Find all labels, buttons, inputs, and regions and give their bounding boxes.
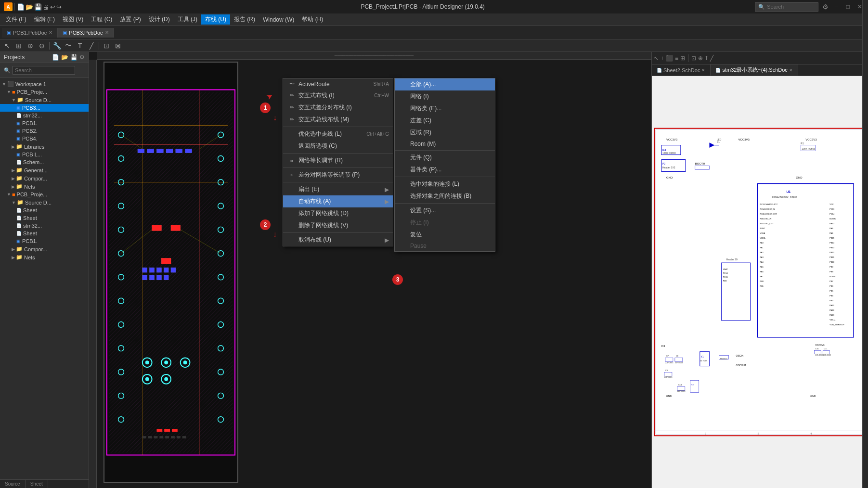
- tab-stm32[interactable]: 📄 stm32最小系统~(4).SchDoc ✕: [711, 64, 798, 76]
- menu-cancel-route[interactable]: 取消布线 (U) ▶: [283, 234, 393, 246]
- tb-cursor[interactable]: ↖: [2, 40, 13, 51]
- submenu-all[interactable]: 全部 (A)...: [395, 78, 495, 90]
- tb-zoom-in[interactable]: ⊕: [25, 40, 36, 51]
- tab-pcb3[interactable]: ▣ PCB3.PcbDoc ✕: [58, 28, 114, 38]
- tb-component[interactable]: 🔧: [52, 40, 62, 51]
- tree-sheet1[interactable]: 📄 Sheet: [0, 206, 89, 214]
- tb-wire[interactable]: 〜: [63, 40, 74, 51]
- tree-workspace1[interactable]: ▼ ⬛ Workspace 1: [0, 80, 89, 88]
- tree-schem[interactable]: 📄 Schem...: [0, 158, 89, 166]
- sch-text-icon[interactable]: T: [705, 55, 708, 62]
- tree-stm32-2[interactable]: 📄 stm32...: [0, 222, 89, 230]
- panel-save-icon[interactable]: 💾: [70, 54, 78, 61]
- print-icon[interactable]: 🖨: [43, 3, 49, 11]
- tree-source2[interactable]: ▼ 📁 Source D...: [0, 198, 89, 206]
- sch-zoom-fit-icon[interactable]: ⊡: [691, 55, 696, 62]
- submenu-area[interactable]: 区域 (R): [395, 127, 495, 139]
- minimize-button[interactable]: ─: [832, 3, 841, 10]
- menu-interactive-bus[interactable]: ✏ 交互式总线布线 (M): [283, 114, 393, 126]
- submenu-reset[interactable]: 复位: [395, 229, 495, 241]
- menu-view[interactable]: 视图 (V): [59, 14, 87, 25]
- menu-design[interactable]: 设计 (D): [145, 14, 174, 25]
- tree-source1[interactable]: ▼ 📁 Source D...: [0, 96, 89, 104]
- tree-pcb1[interactable]: ▣ PCB1.: [0, 119, 89, 127]
- menu-add-subnet[interactable]: 添加子网络跳线 (D): [283, 207, 393, 219]
- submenu-settings[interactable]: 设置 (S)...: [395, 205, 495, 217]
- tree-sheet3[interactable]: 📄 Sheet: [0, 230, 89, 237]
- menu-window[interactable]: Window (W): [259, 15, 298, 24]
- undo-icon[interactable]: ↩: [50, 3, 55, 11]
- tree-sheet2[interactable]: 📄 Sheet: [0, 214, 89, 222]
- redo-icon[interactable]: ↪: [56, 3, 62, 11]
- sch-select-icon[interactable]: ↖: [654, 55, 659, 62]
- menu-diff-length[interactable]: ≈ 差分对网络等长调节 (P): [283, 169, 393, 181]
- tree-pcb2[interactable]: ▣ PCB2.: [0, 127, 89, 135]
- save-icon[interactable]: 💾: [34, 3, 42, 11]
- tree-nets2[interactable]: ▶ 📁 Nets: [0, 253, 89, 261]
- tab-source[interactable]: Source: [0, 480, 26, 488]
- menu-fanout[interactable]: 扇出 (E) ▶: [283, 183, 393, 195]
- tree-generated[interactable]: ▶ 📁 Generat...: [0, 166, 89, 174]
- tree-pcb4[interactable]: ▣ PCB4.: [0, 135, 89, 142]
- tb-select[interactable]: ⊞: [13, 40, 24, 51]
- sch-comp-icon[interactable]: ⊞: [680, 55, 685, 62]
- panel-open-icon[interactable]: 📂: [61, 54, 68, 61]
- menu-report[interactable]: 报告 (R): [230, 14, 259, 25]
- submenu-connect[interactable]: 连差 (C): [395, 115, 495, 127]
- new-icon[interactable]: 📄: [17, 3, 25, 11]
- sch-bus-icon[interactable]: ⬛: [666, 55, 673, 62]
- tab-sheet[interactable]: Sheet: [26, 480, 48, 488]
- menu-file[interactable]: 文件 (F): [2, 14, 30, 25]
- tb-extra1[interactable]: ⊡: [101, 40, 112, 51]
- menu-project[interactable]: 工程 (C): [87, 14, 116, 25]
- tab-sheet2[interactable]: 📄 Sheet2.SchDoc ✕: [652, 64, 711, 76]
- schematic-area[interactable]: VCC3V3 VCC3V3 VCC3V3 R4 100K R0603 D1 LE…: [652, 76, 868, 488]
- menu-net-length[interactable]: ≈ 网络等长调节 (R): [283, 154, 393, 167]
- tree-pcb1b[interactable]: ▣ PCB1.: [0, 237, 89, 245]
- submenu-select-between[interactable]: 选择对象之间的连接 (B): [395, 190, 495, 202]
- right-scrollbar[interactable]: [862, 0, 868, 488]
- menu-interactive-diff[interactable]: ✏ 交互式差分对布线 (I): [283, 102, 393, 114]
- tree-pcb3[interactable]: ▣ PCB3...: [0, 104, 89, 112]
- tree-nets1[interactable]: ▶ 📁 Nets: [0, 182, 89, 191]
- menu-help[interactable]: 帮助 (H): [298, 14, 327, 25]
- open-icon[interactable]: 📂: [26, 3, 33, 11]
- submenu-component[interactable]: 元件 (Q): [395, 152, 495, 164]
- menu-route[interactable]: 布线 (U): [201, 14, 230, 25]
- panel-settings-icon[interactable]: ⚙: [79, 54, 85, 61]
- tree-pcb-proj2[interactable]: ▼ ■ PCB_Proje...: [0, 191, 89, 198]
- pcb-area[interactable]: ─────────────────────────────: [89, 52, 651, 488]
- tree-components2[interactable]: ▶ 📁 Compor...: [0, 245, 89, 253]
- sch-zoom-in-icon[interactable]: ⊕: [698, 55, 703, 62]
- close-tab-2[interactable]: ✕: [105, 30, 109, 35]
- menu-optimize[interactable]: 优化选中走线 (L) Ctrl+Alt+G: [283, 128, 393, 140]
- tab-pcb1[interactable]: ▣ PCB1.PcbDoc ✕: [2, 28, 58, 38]
- submenu-net[interactable]: 网络 (I): [395, 90, 495, 103]
- menu-interactive-route[interactable]: ✏ 交互式布线 (I) Ctrl+W: [283, 90, 393, 102]
- sch-net-icon[interactable]: ≡: [675, 55, 678, 62]
- sch-wire-icon[interactable]: +: [661, 55, 664, 62]
- tree-pcb-proj1[interactable]: ▼ ■ PCB_Proje...: [0, 88, 89, 96]
- tree-libraries[interactable]: ▶ 📁 Libraries: [0, 142, 89, 151]
- submenu-select-connect[interactable]: 选中对象的连接 (L): [395, 178, 495, 190]
- tb-extra2[interactable]: ⊠: [113, 40, 123, 51]
- submenu-net-class[interactable]: 网络类 (E)...: [395, 103, 495, 115]
- maximize-button[interactable]: □: [844, 3, 852, 10]
- panel-search-input[interactable]: [13, 66, 75, 75]
- submenu-room[interactable]: Room (M): [395, 139, 495, 149]
- close-sheet2[interactable]: ✕: [701, 68, 705, 73]
- panel-new-icon[interactable]: 📄: [52, 54, 59, 61]
- search-input[interactable]: [767, 4, 815, 10]
- close-tab-1[interactable]: ✕: [49, 30, 52, 35]
- tree-stm32-1[interactable]: 📄 stm32...: [0, 112, 89, 119]
- menu-active-route[interactable]: 〜 ActiveRoute Shift+A: [283, 78, 393, 90]
- search-box[interactable]: 🔍: [755, 2, 818, 12]
- menu-edit[interactable]: 编辑 (E): [30, 14, 59, 25]
- tb-text[interactable]: T: [75, 40, 85, 51]
- tree-pcb-lib[interactable]: ▣ PCB L...: [0, 151, 89, 158]
- menu-tools[interactable]: 工具 (J): [174, 14, 201, 25]
- menu-return-select[interactable]: 返回所选项 (C): [283, 140, 393, 152]
- sch-line-icon[interactable]: ╱: [710, 55, 713, 62]
- tb-line[interactable]: ╱: [86, 40, 97, 51]
- tb-zoom-out[interactable]: ⊖: [37, 40, 47, 51]
